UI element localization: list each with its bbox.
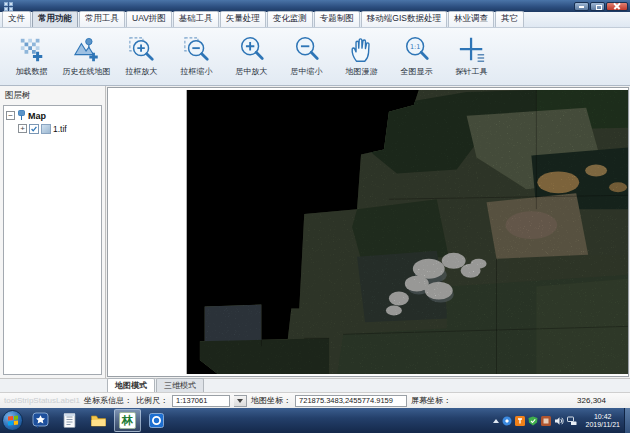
toolbar-button-label: 居中放大 (236, 66, 268, 77)
collapse-toggle-icon[interactable]: − (6, 111, 15, 120)
show-desktop-button[interactable] (624, 408, 630, 433)
menu-tab-common-tools[interactable]: 常用工具 (79, 11, 125, 27)
raster-layer-icon (41, 124, 51, 134)
maximize-button[interactable] (590, 2, 605, 11)
toolbar-button-label: 拉框缩小 (181, 66, 213, 77)
box-zoom-out-icon (183, 36, 211, 64)
map-canvas[interactable] (107, 87, 629, 377)
tab-3d-mode[interactable]: 三维模式 (156, 378, 204, 392)
tray-green-shield-icon[interactable] (528, 416, 538, 426)
probe-tool-icon (458, 36, 486, 64)
toolbar-button-label: 居中缩小 (291, 66, 323, 77)
map-pin-icon (17, 110, 26, 121)
taskbar-app-notepad[interactable] (56, 409, 83, 432)
satellite-imagery (108, 88, 628, 376)
scale-value-input[interactable]: 1:137061 (172, 395, 230, 407)
screen-coordinate-label: 屏幕坐标： (411, 395, 451, 406)
tray-red-app-icon[interactable] (541, 416, 551, 426)
close-button[interactable] (606, 2, 628, 11)
start-button[interactable] (2, 410, 23, 431)
box-zoom-out-button[interactable]: 拉框缩小 (169, 31, 224, 83)
toolbar-button-label: 拉框放大 (126, 66, 158, 77)
taskbar-clock[interactable]: 10:42 2019/11/21 (585, 413, 620, 429)
toolbar-button-label: 地图漫游 (346, 66, 378, 77)
crs-info-label: 坐标系信息： (84, 395, 132, 406)
map-coordinate-value: 721875.3483,2455774.9159 (295, 395, 407, 407)
load-data-icon (18, 36, 46, 64)
layer-panel: 图层树 − Map + 1.tif (0, 86, 106, 378)
full-extent-icon: 1:1 (403, 36, 431, 64)
box-zoom-in-icon (128, 36, 156, 64)
menu-tab-vector-processing[interactable]: 矢量处理 (220, 11, 266, 27)
network-icon[interactable] (567, 416, 577, 426)
windows-taskbar: 林 10:42 2019/11/21 (0, 408, 630, 433)
clock-date: 2019/11/21 (585, 421, 620, 429)
app-window-icon (4, 2, 13, 11)
center-zoom-out-icon (293, 36, 321, 64)
taskbar-app-forestry-gis[interactable]: 林 (114, 409, 141, 432)
full-extent-button[interactable]: 1:1 全图显示 (389, 31, 444, 83)
scale-label: 比例尺： (136, 395, 168, 406)
taskbar-app-explorer[interactable] (85, 409, 112, 432)
toolbar-button-label: 加载数据 (16, 66, 48, 77)
scale-dropdown-arrow[interactable] (234, 395, 247, 407)
status-placeholder-label: toolStripStatusLabel1 (4, 396, 80, 405)
menu-tab-other[interactable]: 其它 (495, 11, 524, 27)
taskbar-app-o[interactable] (143, 409, 170, 432)
history-online-map-icon (73, 36, 101, 64)
menu-tab-basic-tools[interactable]: 基础工具 (173, 11, 219, 27)
minimize-button[interactable] (574, 2, 589, 11)
layer-tree: − Map + 1.tif (3, 105, 102, 375)
tray-blue-app-icon[interactable] (502, 416, 512, 426)
menu-tab-common-functions[interactable]: 常用功能 (32, 11, 78, 27)
svg-text:1:1: 1:1 (409, 43, 420, 51)
menu-tab-change-monitoring[interactable]: 变化监测 (267, 11, 313, 27)
toolbar-button-label: 历史在线地图 (63, 66, 111, 77)
screen-coordinate-value: 326,304 (577, 396, 606, 405)
center-zoom-in-button[interactable]: 居中放大 (224, 31, 279, 83)
menu-tab-file[interactable]: 文件 (2, 11, 31, 27)
box-zoom-in-button[interactable]: 拉框放大 (114, 31, 169, 83)
pan-hand-icon (348, 36, 376, 64)
expand-toggle-icon[interactable]: + (18, 124, 27, 133)
o-app-icon (148, 412, 165, 429)
taskbar-app-star[interactable] (27, 409, 54, 432)
toolbar-button-label: 探针工具 (456, 66, 488, 77)
layer-visibility-checkbox[interactable] (29, 124, 39, 134)
map-coordinate-label: 地图坐标： (251, 395, 291, 406)
layer-tree-item[interactable]: + 1.tif (6, 122, 99, 135)
load-data-button[interactable]: 加载数据 (4, 31, 59, 83)
status-bar: toolStripStatusLabel1 坐标系信息： 比例尺： 1:1370… (0, 392, 630, 408)
main-area: 图层树 − Map + 1.tif (0, 86, 630, 378)
layer-root-label: Map (28, 111, 46, 121)
history-online-map-button[interactable]: 历史在线地图 (59, 31, 114, 83)
folder-icon (90, 412, 107, 429)
forest-app-icon: 林 (119, 412, 136, 429)
menu-tab-forestry-survey[interactable]: 林业调查 (448, 11, 494, 27)
menu-tab-thematic-mapping[interactable]: 专题制图 (314, 11, 360, 27)
show-hidden-icons-arrow[interactable] (493, 419, 499, 423)
view-mode-tab-bar: 地图模式 三维模式 (0, 378, 630, 392)
menu-tab-bar: 文件 常用功能 常用工具 UAV拼图 基础工具 矢量处理 变化监测 专题制图 移… (0, 12, 630, 28)
star-app-icon (32, 412, 49, 429)
clock-time: 10:42 (585, 413, 620, 421)
toolbar-button-label: 全图显示 (401, 66, 433, 77)
probe-tool-button[interactable]: 探针工具 (444, 31, 499, 83)
volume-icon[interactable] (554, 416, 564, 426)
layer-tree-root[interactable]: − Map (6, 109, 99, 122)
layer-panel-title: 图层树 (0, 86, 105, 105)
system-tray (493, 416, 577, 426)
center-zoom-out-button[interactable]: 居中缩小 (279, 31, 334, 83)
windows-logo-icon (8, 415, 18, 425)
ribbon-toolbar: 加载数据 历史在线地图 拉框放大 (0, 28, 630, 86)
pan-map-button[interactable]: 地图漫游 (334, 31, 389, 83)
menu-tab-mobile-gis-data[interactable]: 移动端GIS数据处理 (361, 11, 447, 27)
notepad-app-icon (61, 412, 78, 429)
tab-map-mode[interactable]: 地图模式 (107, 378, 155, 392)
tray-orange-app-icon[interactable] (515, 416, 525, 426)
menu-tab-uav-mosaic[interactable]: UAV拼图 (126, 11, 172, 27)
center-zoom-in-icon (238, 36, 266, 64)
layer-item-label: 1.tif (53, 124, 67, 134)
app-window: 文件 常用功能 常用工具 UAV拼图 基础工具 矢量处理 变化监测 专题制图 移… (0, 0, 630, 433)
